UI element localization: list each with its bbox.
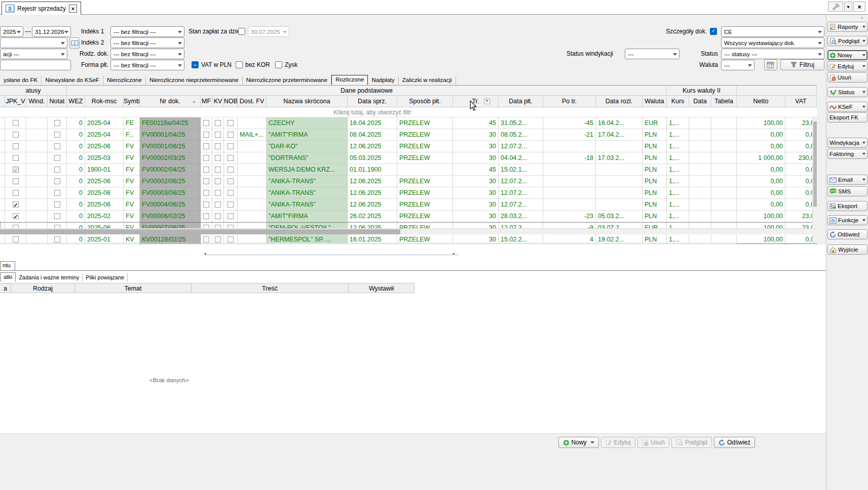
mf-checkbox[interactable]	[203, 236, 209, 242]
col-header-Dost. FV[interactable]: Dost. FV	[238, 96, 267, 107]
grid-horizontal-scrollbar[interactable]	[0, 228, 817, 234]
col-header-NOB[interactable]: NOB	[224, 96, 238, 107]
mf-checkbox[interactable]	[203, 213, 209, 219]
col-header-Data[interactable]: Data	[689, 96, 711, 107]
col-header-Rok-msc[interactable]: Rok-msc	[85, 96, 124, 107]
status-select[interactable]: --- statusy ---	[721, 49, 824, 59]
table-row[interactable]: 01900-01FVFV00002/04/25WERSJA DEMO KRZ..…	[0, 164, 817, 176]
dropdown-arrow-icon[interactable]	[862, 219, 865, 221]
sidebar-faktoring-button[interactable]: Faktoring	[827, 149, 867, 159]
grid-filter-row[interactable]: Kliknij tutaj, aby utworzyć filtr	[0, 107, 817, 117]
notes-col-2[interactable]: Rodzaj	[11, 283, 75, 293]
panel-splitter[interactable]: ▾ ▾	[205, 255, 459, 259]
column-filter-icon[interactable]	[484, 98, 490, 104]
dropdown-arrow-icon[interactable]	[862, 54, 865, 56]
notat-checkbox[interactable]	[54, 167, 60, 173]
nob-checkbox[interactable]	[228, 201, 234, 208]
notes-col-5[interactable]: Wystawił	[349, 283, 414, 293]
mf-checkbox[interactable]	[203, 132, 209, 138]
notat-checkbox[interactable]	[54, 132, 60, 138]
rodz-dok-select[interactable]: --- bez filtracji ---	[110, 49, 184, 59]
nob-checkbox[interactable]	[228, 236, 234, 242]
nob-checkbox[interactable]	[228, 178, 234, 184]
col-header-JPK_V[interactable]: JPK_V	[5, 96, 26, 107]
settings-dropdown-icon[interactable]: ▾	[844, 2, 852, 12]
vat-w-pln-checkbox[interactable]	[192, 61, 199, 68]
nob-checkbox[interactable]	[228, 132, 234, 138]
forma-plt-select[interactable]: --- bez filtracji ---	[110, 60, 184, 70]
col-header-indicator[interactable]	[0, 96, 5, 107]
col-header-WEZ[interactable]: WEZ	[67, 96, 85, 107]
kv-checkbox[interactable]	[215, 236, 221, 242]
table-row[interactable]: 02025-02FVFV00006/02/25"AMIT"FIRMA26.02.…	[0, 211, 817, 222]
lower-outer-tab[interactable]: ntu	[0, 261, 15, 270]
sidebar-usu--button[interactable]: Usuń	[827, 72, 867, 83]
sidebar-edytuj-button[interactable]: Edytuj	[827, 61, 867, 71]
left-filter-select[interactable]: acji ---	[0, 49, 67, 59]
dropdown-arrow-icon[interactable]	[862, 153, 865, 155]
wystawiajacy-select[interactable]: Wszyscy wystawiający dok.	[721, 37, 824, 48]
dropdown-arrow-icon[interactable]	[862, 91, 865, 93]
nob-checkbox[interactable]	[228, 143, 234, 149]
dropdown-arrow-icon[interactable]	[590, 441, 594, 443]
kv-checkbox[interactable]	[215, 120, 221, 126]
col-header-Po tr.[interactable]: Po tr.	[543, 96, 596, 107]
notat-checkbox[interactable]	[54, 143, 60, 149]
view-tab-4[interactable]: Nierozliczone nieprzeterminowane	[146, 76, 243, 85]
kv-checkbox[interactable]	[215, 190, 221, 196]
stan-zaplat-checkbox[interactable]	[238, 28, 245, 35]
search-input[interactable]	[0, 60, 71, 70]
view-tab-2[interactable]: Niewysłane do KSeF	[42, 76, 103, 85]
jpk-checkbox[interactable]	[13, 178, 19, 184]
table-row[interactable]: 02025-06FVFV00004/06/25"ANIKA-TRANS"12.0…	[0, 199, 817, 211]
col-header-MF[interactable]: MF	[201, 96, 212, 107]
col-header-Netto[interactable]: Netto	[737, 96, 785, 107]
table-row[interactable]: 02025-06FVFV00002/06/25"ANIKA-TRANS"12.0…	[0, 176, 817, 187]
sidebar-od-wie--button[interactable]: Odśwież	[827, 229, 867, 239]
tab-close-icon[interactable]: ×	[69, 5, 77, 13]
document-tab[interactable]: S Rejestr sprzedaży ×	[2, 2, 81, 15]
table-row[interactable]: 02025-03FVFV00002/03/25"DORTRANS"05.03.2…	[0, 152, 817, 164]
grid-vscroll-thumb[interactable]	[813, 121, 817, 207]
sidebar-email-button[interactable]: Email	[827, 175, 867, 185]
jpk-checkbox[interactable]	[13, 167, 19, 173]
dropdown-arrow-icon[interactable]	[862, 40, 865, 42]
zysk-checkbox[interactable]	[275, 61, 282, 68]
col-header-Notat[interactable]: Notat	[48, 96, 67, 107]
podgl-d-button[interactable]: Podgląd	[671, 437, 712, 448]
status-windykacji-select[interactable]: ---	[625, 49, 680, 59]
dictionary-book-button[interactable]	[69, 37, 80, 49]
splitter-chevron-icon[interactable]: ▾	[204, 252, 206, 256]
col-header-Nr dok.[interactable]: Nr dok.	[140, 96, 201, 107]
jpk-checkbox[interactable]	[13, 132, 19, 138]
col-header-Waluta[interactable]: Waluta	[643, 96, 667, 107]
od-wie--button[interactable]: Odśwież	[714, 437, 755, 448]
view-tab-3[interactable]: Nierozliczone	[103, 76, 146, 85]
table-row[interactable]: 02025-06FVFV00001/06/25"DAR-KO"12.06.202…	[0, 141, 817, 152]
grid-vertical-scrollbar[interactable]	[812, 117, 817, 243]
kv-checkbox[interactable]	[215, 167, 221, 173]
sidebar-eksport-button[interactable]: Eksport	[827, 201, 867, 211]
col-header-Data płt.[interactable]: Data płt.	[499, 96, 543, 107]
lower-tab-2[interactable]: Zadania i ważne terminy	[16, 273, 83, 282]
mf-checkbox[interactable]	[203, 178, 209, 184]
sidebar-sms-button[interactable]: SMSSMS	[827, 186, 867, 196]
nob-checkbox[interactable]	[228, 213, 234, 219]
table-row[interactable]: 02025-04F...FV00001/04/25MAIL+..."AMIT"F…	[0, 129, 817, 141]
col-header-VAT[interactable]: VAT	[785, 96, 817, 107]
indeks1-select[interactable]: --- bez filtracji ---	[110, 26, 184, 37]
jpk-checkbox[interactable]	[13, 213, 19, 219]
waluta-select[interactable]: ---	[721, 60, 754, 70]
table-row[interactable]: 02025-04FEFE00119a/04/25CZECHY16.04.2025…	[0, 117, 817, 129]
column-setup-button[interactable]	[764, 59, 777, 70]
sidebar-eksport-fk-button[interactable]: Eksport FK	[827, 112, 867, 123]
mf-checkbox[interactable]	[203, 120, 209, 126]
grid-hscroll-thumb[interactable]	[0, 229, 400, 234]
col-header-Tabela[interactable]: Tabela	[711, 96, 737, 107]
kv-checkbox[interactable]	[215, 178, 221, 184]
kv-checkbox[interactable]	[215, 132, 221, 138]
col-header-Sposób płt.[interactable]: Sposób płt.	[397, 96, 453, 107]
kv-checkbox[interactable]	[215, 155, 221, 161]
col-header-Data sprz.[interactable]: Data sprz.	[348, 96, 397, 107]
mf-checkbox[interactable]	[203, 167, 209, 173]
